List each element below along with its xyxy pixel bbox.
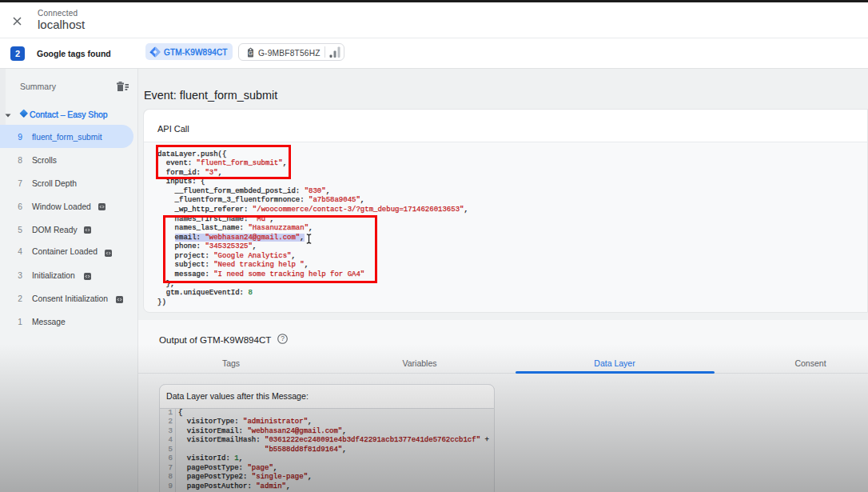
svg-text:G: G (249, 50, 253, 56)
svg-text:?: ? (281, 334, 285, 342)
